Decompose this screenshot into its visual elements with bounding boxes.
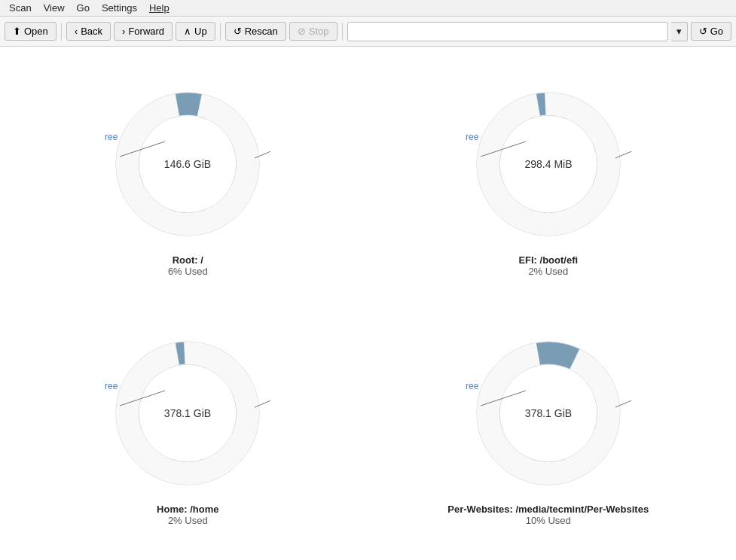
disk-chart-home: 378.1 GiB Free Used (105, 330, 270, 496)
disk-used-pct-efi: 2% Used (528, 266, 568, 277)
open-icon: ⬆ (13, 26, 21, 37)
go-icon: ↺ (699, 26, 707, 37)
menu-view[interactable]: View (38, 1, 71, 15)
disk-chart-efi: 298.4 MiB Free Used (466, 81, 631, 247)
disk-used-pct-websites: 10% Used (526, 515, 571, 526)
go-button[interactable]: ↺ Go (691, 22, 731, 41)
menu-scan[interactable]: Scan (3, 1, 38, 15)
stop-button[interactable]: ⊘ Stop (289, 22, 337, 41)
open-button[interactable]: ⬆ Open (5, 22, 56, 41)
rescan-button[interactable]: ↺ Rescan (225, 22, 286, 41)
menu-settings[interactable]: Settings (96, 1, 143, 15)
rescan-label: Rescan (245, 26, 278, 37)
main-content: 146.6 GiB Free Used Root: / 6% Used 298.… (0, 47, 736, 560)
toolbar: ⬆ Open ‹ Back › Forward ∧ Up ↺ Rescan ⊘ … (0, 17, 736, 47)
disk-item-home: 378.1 GiB Free Used Home: /home 2% Used (8, 303, 368, 552)
disk-used-pct-home: 2% Used (168, 515, 208, 526)
address-dropdown-button[interactable]: ▾ (671, 22, 688, 41)
center-label-home: 378.1 GiB (164, 407, 211, 419)
separator-3 (342, 23, 343, 41)
disk-title-websites: Per-Websites: /media/tecmint/Per-Website… (447, 504, 649, 515)
free-label-root: Free (105, 132, 118, 142)
up-button[interactable]: ∧ Up (176, 22, 215, 41)
rescan-icon: ↺ (234, 26, 242, 37)
up-label: Up (194, 26, 207, 37)
address-input[interactable] (347, 22, 668, 41)
go-label: Go (710, 26, 723, 37)
up-icon: ∧ (184, 26, 191, 37)
disk-item-root: 146.6 GiB Free Used Root: / 6% Used (8, 54, 368, 303)
separator-2 (220, 23, 221, 41)
center-label-root: 146.6 GiB (164, 158, 211, 170)
disk-title-home: Home: /home (157, 504, 218, 515)
back-label: Back (81, 26, 102, 37)
stop-icon: ⊘ (298, 26, 306, 37)
forward-button[interactable]: › Forward (114, 22, 173, 41)
disk-title-efi: EFI: /boot/efi (518, 254, 578, 266)
menu-go[interactable]: Go (71, 1, 96, 15)
disk-chart-root: 146.6 GiB Free Used (105, 81, 270, 247)
disk-chart-websites: 378.1 GiB Free Used (466, 330, 631, 496)
back-button[interactable]: ‹ Back (66, 22, 111, 41)
free-label-efi: Free (466, 132, 479, 142)
free-label-websites: Free (466, 381, 479, 391)
center-label-efi: 298.4 MiB (524, 158, 572, 170)
forward-label: Forward (128, 26, 164, 37)
free-label-home: Free (105, 381, 118, 391)
disk-title-root: Root: / (173, 254, 203, 266)
center-label-websites: 378.1 GiB (525, 407, 572, 419)
forward-icon: › (122, 26, 125, 37)
back-icon: ‹ (75, 26, 78, 37)
open-label: Open (24, 26, 48, 37)
menu-help[interactable]: Help (143, 1, 176, 15)
disk-used-pct-root: 6% Used (168, 266, 208, 277)
stop-label: Stop (309, 26, 329, 37)
separator-1 (61, 23, 62, 41)
menubar: Scan View Go Settings Help (0, 0, 736, 17)
disk-item-efi: 298.4 MiB Free Used EFI: /boot/efi 2% Us… (368, 54, 729, 303)
disk-item-websites: 378.1 GiB Free Used Per-Websites: /media… (368, 303, 729, 552)
